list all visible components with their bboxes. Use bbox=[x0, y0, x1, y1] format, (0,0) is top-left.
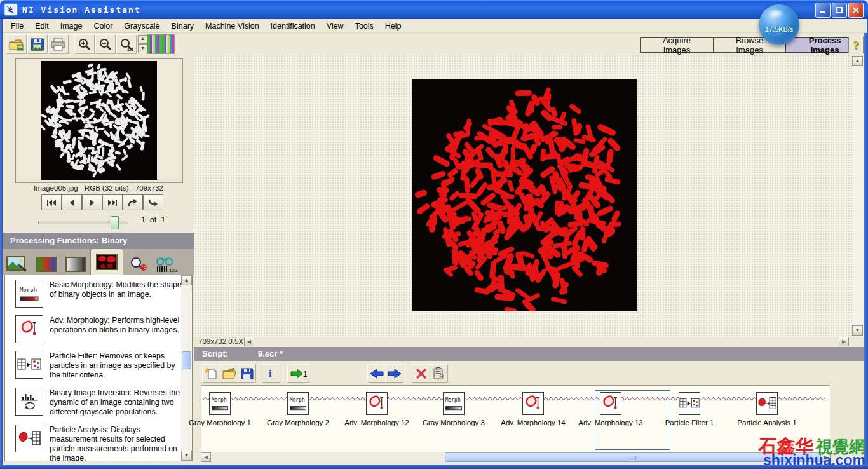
image-display-area[interactable]: ▲ ▼ bbox=[194, 55, 864, 337]
script-step-gray-morphology-2[interactable]: MorphGray Morphology 2 bbox=[260, 392, 336, 426]
title-bar: NI Vision Assistant bbox=[0, 0, 868, 19]
script-step-particle-analysis-1[interactable]: Particle Analysis 1 bbox=[729, 392, 805, 426]
next-image-button[interactable] bbox=[82, 194, 102, 210]
previous-image-button[interactable] bbox=[62, 194, 82, 210]
tab-image[interactable] bbox=[3, 254, 32, 275]
spinner-up-icon[interactable]: ▲ bbox=[138, 35, 147, 44]
function-item-binary-inversion[interactable]: Binary Image Inversion: Reverses the dyn… bbox=[5, 383, 192, 420]
color-palette-icon[interactable] bbox=[147, 34, 175, 54]
script-step-label: Gray Morphology 2 bbox=[260, 419, 336, 426]
print-button[interactable] bbox=[48, 34, 69, 54]
open-image-button[interactable] bbox=[6, 34, 27, 54]
save-script-button[interactable] bbox=[238, 364, 256, 383]
function-item-text: Binary Image Inversion: Reverses the dyn… bbox=[50, 388, 183, 417]
minimize-button[interactable] bbox=[815, 3, 831, 18]
function-item-text: Particle Filter: Removes or keeps partic… bbox=[50, 351, 183, 380]
watermark-url: shixinhua.com bbox=[759, 453, 865, 468]
menu-machine-vision[interactable]: Machine Vision bbox=[200, 20, 265, 32]
image-slider-row: 1 of 1 bbox=[3, 215, 194, 229]
toolbar-icon-group: 1:1▲▼ bbox=[6, 34, 175, 54]
image-nav-buttons bbox=[41, 194, 163, 210]
script-step-gray-morphology-1[interactable]: MorphGray Morphology 1 bbox=[182, 392, 258, 426]
script-step-adv-morphology-12[interactable]: Adv. Morphology 12 bbox=[339, 392, 415, 426]
adv-morphology-icon bbox=[366, 392, 388, 415]
close-button[interactable] bbox=[848, 3, 864, 18]
processing-functions-header: Processing Functions: Binary bbox=[3, 233, 194, 249]
menu-edit[interactable]: Edit bbox=[29, 20, 55, 32]
help-button[interactable]: ? bbox=[848, 37, 864, 53]
zoom-in-button[interactable] bbox=[74, 34, 95, 54]
menu-color[interactable]: Color bbox=[88, 20, 118, 32]
processed-image[interactable] bbox=[412, 79, 637, 311]
script-horizontal-scrollbar[interactable]: ◀ ▶ bbox=[201, 452, 830, 462]
maximize-button[interactable] bbox=[832, 3, 847, 18]
menu-binary[interactable]: Binary bbox=[166, 20, 200, 32]
save-image-button[interactable] bbox=[27, 34, 48, 54]
scroll-up-icon[interactable]: ▲ bbox=[852, 56, 863, 66]
thumbnail-image[interactable] bbox=[41, 61, 157, 180]
open-script-button[interactable] bbox=[220, 364, 238, 383]
svg-text:123: 123 bbox=[169, 268, 178, 273]
menu-help[interactable]: Help bbox=[379, 20, 407, 32]
function-item-particle-analysis[interactable]: Particle Analysis: Displays measurement … bbox=[5, 420, 192, 461]
mode-acquire-images[interactable]: Acquire Images bbox=[640, 37, 713, 53]
script-step-label: Particle Filter 1 bbox=[651, 419, 728, 426]
first-image-button[interactable] bbox=[41, 194, 62, 210]
scroll-down-icon[interactable]: ▼ bbox=[181, 451, 192, 461]
run-once-button[interactable]: 1 bbox=[287, 364, 309, 383]
script-step-gray-morphology-3[interactable]: MorphGray Morphology 3 bbox=[416, 392, 492, 426]
svg-text:Morph: Morph bbox=[20, 287, 37, 293]
zoom-out-button[interactable] bbox=[95, 34, 116, 54]
zoom-spinner[interactable]: ▲▼ bbox=[138, 35, 146, 53]
function-item-particle-filter[interactable]: Particle Filter: Removes or keeps partic… bbox=[5, 346, 192, 383]
script-step-label: Adv. Morphology 12 bbox=[339, 419, 415, 426]
script-steps-area: MorphGray Morphology 1MorphGray Morpholo… bbox=[201, 385, 830, 452]
paste-step-button[interactable] bbox=[430, 364, 448, 383]
last-image-button[interactable] bbox=[102, 194, 123, 210]
move-step-right-button[interactable] bbox=[385, 364, 403, 383]
gray-morphology-icon: Morph bbox=[209, 392, 231, 415]
menu-file[interactable]: File bbox=[5, 20, 29, 32]
function-item-text: Particle Analysis: Displays measurement … bbox=[50, 425, 183, 461]
menu-grayscale[interactable]: Grayscale bbox=[118, 20, 165, 32]
move-step-left-button[interactable] bbox=[367, 364, 386, 383]
script-step-adv-morphology-13[interactable]: Adv. Morphology 13 bbox=[573, 392, 649, 426]
step-info-button[interactable]: i bbox=[262, 364, 280, 383]
tab-color[interactable] bbox=[32, 254, 61, 275]
menu-tools[interactable]: Tools bbox=[349, 20, 379, 32]
scroll-up-icon[interactable]: ▲ bbox=[181, 275, 192, 285]
menu-view[interactable]: View bbox=[321, 20, 349, 32]
tab-binary[interactable] bbox=[90, 248, 123, 275]
script-step-particle-filter-1[interactable]: Particle Filter 1 bbox=[651, 392, 728, 426]
script-step-label: Adv. Morphology 13 bbox=[573, 419, 649, 426]
script-step-adv-morphology-14[interactable]: Adv. Morphology 14 bbox=[495, 392, 571, 426]
scroll-left-icon[interactable]: ◀ bbox=[244, 337, 254, 346]
delete-step-button[interactable] bbox=[412, 364, 430, 383]
particle-filter-icon bbox=[679, 392, 700, 415]
zoom-1to1-button[interactable]: 1:1 bbox=[116, 34, 137, 54]
scroll-left-icon[interactable]: ◀ bbox=[201, 452, 211, 462]
menu-identification[interactable]: Identification bbox=[265, 20, 321, 32]
image-slider-thumb[interactable] bbox=[111, 216, 119, 229]
tab-identification[interactable]: 123 bbox=[153, 254, 182, 275]
tab-grayscale[interactable] bbox=[61, 254, 90, 275]
scroll-right-icon[interactable]: ▶ bbox=[839, 337, 849, 346]
function-item-basic-morphology[interactable]: MorphBasic Morphology: Modifies the shap… bbox=[5, 275, 192, 311]
function-list-scrollbar[interactable]: ▲ ▼ bbox=[181, 275, 192, 461]
menu-image[interactable]: Image bbox=[55, 20, 88, 32]
scrollbar-thumb[interactable] bbox=[182, 351, 191, 369]
svg-text:1:1: 1:1 bbox=[127, 47, 133, 51]
tab-machine-vision[interactable] bbox=[123, 254, 153, 275]
function-item-adv-morphology[interactable]: Adv. Morphology: Performs high-level ope… bbox=[5, 311, 192, 346]
return-image-button[interactable] bbox=[143, 194, 163, 210]
send-to-script-button[interactable] bbox=[123, 194, 143, 210]
gray-morphology-icon: Morph bbox=[287, 392, 309, 415]
spinner-down-icon[interactable]: ▼ bbox=[138, 44, 147, 53]
viewer-vertical-scrollbar[interactable]: ▲ ▼ bbox=[852, 56, 863, 336]
adv-morphology-icon bbox=[600, 392, 621, 415]
window-title: NI Vision Assistant bbox=[22, 5, 141, 15]
scroll-down-icon[interactable]: ▼ bbox=[852, 325, 863, 336]
window-border-bottom bbox=[0, 465, 868, 469]
new-script-button[interactable] bbox=[202, 364, 220, 383]
image-slider[interactable] bbox=[38, 221, 130, 224]
